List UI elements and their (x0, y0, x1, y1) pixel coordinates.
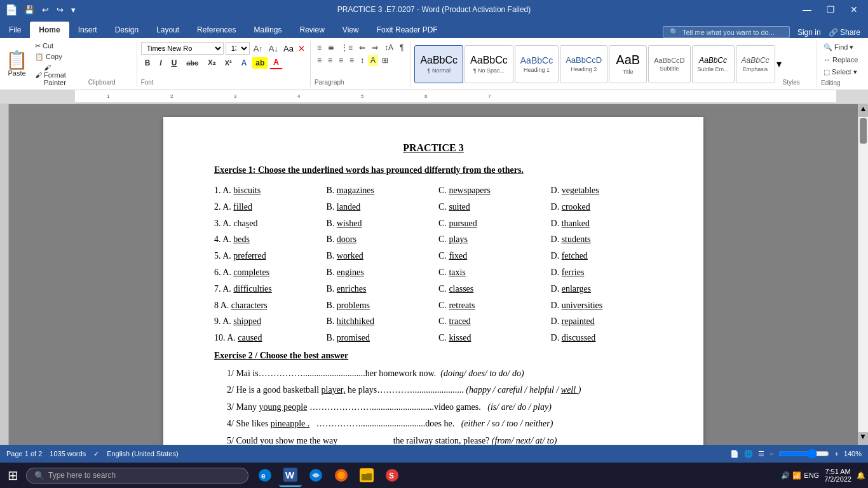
decrease-indent-btn[interactable]: ⇐ (356, 42, 368, 53)
restore-btn[interactable]: ❐ (822, 3, 840, 16)
strikethrough-button[interactable]: abc (182, 57, 202, 69)
taskbar-app-explorer[interactable] (355, 464, 378, 487)
taskbar-app-other[interactable]: S (381, 464, 403, 487)
increase-indent-btn[interactable]: ⇒ (369, 42, 381, 53)
ruler-content: 1 2 3 4 5 6 7 (75, 90, 836, 104)
layout-outline-icon[interactable]: ☰ (758, 450, 764, 458)
editing-group: 🔍 Find ▾ ↔ Replace ⬚ Select ▾ Editing (817, 41, 868, 87)
tab-review[interactable]: Review (290, 22, 333, 38)
replace-btn[interactable]: ↔ Replace (821, 55, 864, 65)
scroll-thumb[interactable] (860, 118, 867, 144)
minimize-btn[interactable]: — (797, 3, 817, 16)
notification-btn[interactable]: 🔔 (857, 471, 865, 480)
style-heading2[interactable]: AaBbCcD Heading 2 (560, 45, 607, 83)
italic-button[interactable]: I (156, 57, 165, 69)
word-count: 1035 words (50, 450, 86, 458)
superscript-button[interactable]: X² (221, 57, 236, 69)
font-name-select[interactable]: Times New Ro (141, 42, 224, 55)
scroll-down-btn[interactable]: ▼ (858, 432, 868, 445)
svg-text:W: W (285, 470, 295, 480)
justify-btn[interactable]: ≡ (347, 55, 356, 66)
taskbar-time[interactable]: 7:51 AM 7/2/2022 (824, 468, 851, 483)
zoom-in-btn[interactable]: + (834, 450, 838, 458)
save-qa-btn[interactable]: 💾 (22, 4, 37, 16)
clear-format-btn[interactable]: ✕ (297, 43, 306, 55)
volume-icon[interactable]: 📶 (792, 471, 801, 480)
lang-indicator[interactable]: ENG (804, 471, 819, 479)
format-painter-button[interactable]: 🖌 🖌 Format Painter (32, 63, 69, 87)
bold-button[interactable]: B (141, 57, 154, 69)
style-emphasis[interactable]: AaBbCc Emphasis (736, 45, 775, 83)
redo-qa-btn[interactable]: ↪ (54, 4, 66, 16)
copy-icon: 📋 (35, 53, 44, 61)
tab-home[interactable]: Home (30, 22, 69, 38)
align-right-btn[interactable]: ≡ (336, 55, 346, 66)
taskbar-app-word[interactable]: W (279, 464, 302, 487)
taskbar-search[interactable]: 🔍 Type here to search (26, 468, 248, 484)
zoom-slider[interactable] (778, 449, 829, 459)
scroll-area[interactable]: PRACTICE 3 Exercise 1: Choose the underl… (9, 104, 858, 445)
clipboard-label: Clipboard (70, 79, 134, 86)
table-row: 10. A. caused B. promised C. kissed D. d… (214, 330, 653, 346)
network-icon[interactable]: 🔊 (781, 471, 790, 480)
styles-group: AaBbCc ¶ Normal AaBbCc ¶ No Spac... AaBb… (410, 41, 817, 87)
tab-mailings[interactable]: Mailings (245, 22, 290, 38)
style-subtle-em[interactable]: AaBbCc Subtle Em... (692, 45, 735, 83)
font-size-select[interactable]: 13 (226, 42, 250, 55)
bullets-btn[interactable]: ≡ (315, 42, 324, 53)
search-icon: 🔍 (670, 28, 679, 36)
numbered-list-btn[interactable]: ≣ (325, 42, 337, 53)
title-bar-controls: — ❐ ✕ (797, 3, 863, 16)
tab-view[interactable]: View (334, 22, 368, 38)
tab-design[interactable]: Design (106, 22, 147, 38)
align-center-btn[interactable]: ≡ (325, 55, 335, 66)
undo-qa-btn[interactable]: ↩ (39, 4, 51, 16)
tab-insert[interactable]: Insert (69, 22, 106, 38)
select-btn[interactable]: ⬚ Select ▾ (821, 67, 864, 78)
multilevel-list-btn[interactable]: ⋮≡ (338, 42, 355, 53)
copy-button[interactable]: 📋 Copy (32, 52, 69, 62)
borders-btn[interactable]: ⊞ (379, 55, 391, 66)
text-effect-button[interactable]: A (238, 57, 251, 69)
tab-references[interactable]: References (188, 22, 245, 38)
taskbar-app-firefox[interactable] (330, 464, 353, 487)
line-spacing-btn[interactable]: ↕ (358, 55, 367, 66)
style-title[interactable]: AaB Title (609, 45, 647, 83)
tab-foxit[interactable]: Foxit Reader PDF (368, 22, 447, 38)
ribbon-search[interactable]: 🔍 Tell me what you want to do... (663, 26, 790, 38)
highlight-button[interactable]: ab (252, 57, 268, 69)
layout-web-icon[interactable]: 🌐 (744, 450, 753, 458)
underline-button[interactable]: U (168, 57, 181, 69)
shading-btn[interactable]: A (368, 55, 378, 66)
share-btn[interactable]: 🔗 Share (829, 28, 860, 37)
zoom-out-btn[interactable]: − (770, 450, 773, 458)
style-normal[interactable]: AaBbCc ¶ Normal (414, 45, 463, 83)
scrollbar[interactable]: ▲ ▼ (858, 104, 868, 445)
start-button[interactable]: ⊞ (3, 465, 24, 485)
subscript-button[interactable]: X₂ (204, 57, 219, 69)
tab-layout[interactable]: Layout (147, 22, 188, 38)
style-no-spacing[interactable]: AaBbCc ¶ No Spac... (465, 45, 513, 83)
close-btn[interactable]: ✕ (845, 3, 863, 16)
customize-qa-btn[interactable]: ▾ (69, 4, 78, 16)
style-subtitle[interactable]: AaBbCcD Subtitle (648, 45, 690, 83)
taskbar-app-edge2[interactable] (304, 464, 327, 487)
sort-btn[interactable]: ↕A (382, 42, 396, 53)
font-color-button[interactable]: A (269, 56, 283, 69)
sign-in-btn[interactable]: Sign in (797, 28, 821, 37)
change-case-btn[interactable]: Aa (282, 43, 295, 55)
ribbon-tabs: File Home Insert Design Layout Reference… (0, 19, 868, 38)
style-heading1[interactable]: AaBbCc Heading 1 (515, 45, 559, 83)
styles-more-btn[interactable]: ▾ (776, 58, 782, 70)
font-shrink-btn[interactable]: A↓ (267, 43, 280, 54)
taskbar-app-edge[interactable]: e (254, 464, 276, 487)
cut-button[interactable]: ✂ Cut (32, 41, 69, 51)
find-btn[interactable]: 🔍 Find ▾ (821, 42, 864, 53)
tab-file[interactable]: File (0, 22, 30, 38)
font-grow-btn[interactable]: A↑ (252, 43, 265, 54)
scroll-up-btn[interactable]: ▲ (858, 104, 868, 117)
paste-button[interactable]: 📋 Paste (3, 42, 31, 86)
layout-print-icon[interactable]: 📄 (730, 450, 739, 458)
align-left-btn[interactable]: ≡ (315, 55, 324, 66)
show-marks-btn[interactable]: ¶ (397, 42, 406, 53)
